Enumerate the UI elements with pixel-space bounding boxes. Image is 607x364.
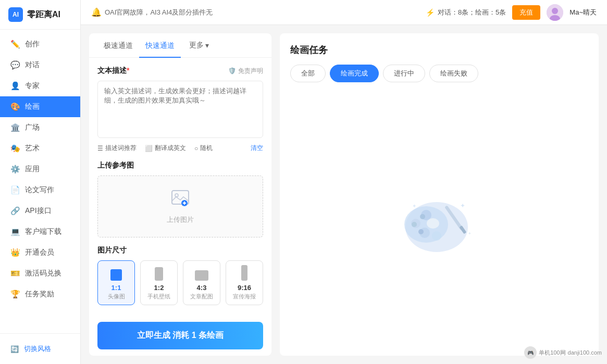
sidebar-item-label-paper: 论文写作 <box>25 185 54 195</box>
expert-icon: 👤 <box>10 81 20 91</box>
svg-point-14 <box>427 218 439 229</box>
shield-icon: 🛡️ <box>228 67 236 74</box>
sidebar-item-expert[interactable]: 👤专家 <box>0 76 80 96</box>
switch-style-label: 切换风格 <box>24 344 51 354</box>
text-input[interactable] <box>97 81 263 138</box>
random-icon: ○ <box>194 145 198 152</box>
logo-area: AI 零距离AI <box>0 0 80 30</box>
upload-section: 上传参考图 上传 <box>97 161 263 237</box>
stats-text: 对话：8条；绘画：5条 <box>438 8 506 17</box>
chevron-down-icon: ▾ <box>205 41 209 49</box>
watermark-text: 单机100网 <box>539 349 565 357</box>
upload-section-header: 上传参考图 <box>97 161 263 170</box>
stats-area: ⚡ 对话：8条；绘画：5条 <box>426 8 506 17</box>
lightning-icon: ⚡ <box>426 8 435 17</box>
sidebar-bottom: 🔄 切换风格 <box>0 333 80 364</box>
tab-bar: 极速通道 快速通道 更多 ▾ <box>89 33 271 58</box>
sidebar-item-vip[interactable]: 👑开通会员 <box>0 242 80 263</box>
upload-label: 上传图片 <box>167 215 194 224</box>
sidebar-item-square[interactable]: 🏛️广场 <box>0 117 80 138</box>
sidebar-item-reward[interactable]: 🏆任务奖励 <box>0 284 80 305</box>
sidebar-item-label-activate: 激活码兑换 <box>25 269 61 278</box>
translate-btn[interactable]: ⬜ 翻译成英文 <box>145 144 186 153</box>
size-options: 1:1 头像图 1:2 手机壁纸 <box>97 260 263 305</box>
sidebar-item-label-create: 创作 <box>25 40 40 49</box>
sidebar-item-chat[interactable]: 💬对话 <box>0 55 80 76</box>
generate-label: 立即生成 消耗 1 条绘画 <box>137 330 224 341</box>
filter-progress[interactable]: 进行中 <box>383 65 425 82</box>
random-btn[interactable]: ○ 随机 <box>194 144 213 153</box>
sidebar-item-label-vip: 开通会员 <box>25 248 54 257</box>
text-actions: ☰ 描述词推荐 ⬜ 翻译成英文 ○ 随机 清空 <box>97 144 263 153</box>
sidebar-item-art[interactable]: 🎭艺术 <box>0 138 80 159</box>
svg-text:✦: ✦ <box>468 231 472 236</box>
right-panel: 绘画任务 全部 绘画完成 进行中 绘画失败 <box>280 33 599 356</box>
suggest-btn[interactable]: ☰ 描述词推荐 <box>97 144 137 153</box>
panel-body: 文本描述* 🛡️ 免责声明 ☰ 描述词推荐 ⬜ 翻译成英文 <box>89 58 271 313</box>
watermark: 🎮 单机100网 danji100.com <box>524 346 602 359</box>
art-icon: 🎭 <box>10 144 20 153</box>
translate-label: 翻译成英文 <box>155 144 186 153</box>
upload-area[interactable]: 上传图片 <box>97 175 263 237</box>
free-declaration-btn[interactable]: 🛡️ 免责声明 <box>228 67 263 76</box>
tab-normal[interactable]: 快速通道 <box>139 34 181 58</box>
create-icon: ✏️ <box>10 40 20 49</box>
vip-icon: 👑 <box>10 248 20 257</box>
size-9x16[interactable]: 9:16 宣传海报 <box>226 260 263 305</box>
sidebar-item-label-apps: 应用 <box>25 165 40 174</box>
switch-style-item[interactable]: 🔄 切换风格 <box>0 339 80 359</box>
svg-point-17 <box>420 214 425 219</box>
sidebar-nav: ✏️创作💬对话👤专家🎨绘画🏛️广场🎭艺术⚙️应用📄论文写作🔗API接口💻客户端下… <box>0 30 80 333</box>
svg-point-4 <box>175 194 178 197</box>
draw-icon: 🎨 <box>10 102 20 111</box>
username-label: Ma~晴天 <box>569 8 597 17</box>
content-area: 极速通道 快速通道 更多 ▾ 文本描述* 🛡️ 免责声明 <box>81 25 607 364</box>
svg-text:✦: ✦ <box>412 203 416 209</box>
sidebar: AI 零距离AI ✏️创作💬对话👤专家🎨绘画🏛️广场🎭艺术⚙️应用📄论文写作🔗A… <box>0 0 81 364</box>
sidebar-item-apps[interactable]: ⚙️应用 <box>0 159 80 180</box>
api-icon: 🔗 <box>10 206 20 216</box>
size-4x3[interactable]: 4:3 文章配图 <box>183 260 220 305</box>
tab-fast[interactable]: 极速通道 <box>97 34 139 58</box>
filter-failed[interactable]: 绘画失败 <box>429 65 478 82</box>
sidebar-item-label-expert: 专家 <box>25 81 40 91</box>
text-section-header: 文本描述* 🛡️ 免责声明 <box>97 66 263 76</box>
filter-all[interactable]: 全部 <box>290 65 326 82</box>
main-area: 🔔 OAI官网故障，AI3 AI4及部分插件无 ⚡ 对话：8条；绘画：5条 充值… <box>81 0 607 364</box>
filter-done[interactable]: 绘画完成 <box>330 65 379 82</box>
sidebar-item-client[interactable]: 💻客户端下载 <box>0 221 80 242</box>
sidebar-item-label-chat: 对话 <box>25 60 40 70</box>
sidebar-item-paper[interactable]: 📄论文写作 <box>0 180 80 200</box>
svg-point-1 <box>552 8 558 14</box>
clear-button[interactable]: 清空 <box>251 144 263 153</box>
tab-more[interactable]: 更多 ▾ <box>185 33 213 57</box>
size-section: 图片尺寸 1:1 头像图 1 <box>97 246 263 305</box>
paper-icon: 📄 <box>10 185 20 195</box>
charge-button[interactable]: 充值 <box>512 5 540 20</box>
notice-icon: 🔔 <box>91 7 102 17</box>
square-icon: 🏛️ <box>10 123 20 132</box>
generate-button[interactable]: 立即生成 消耗 1 条绘画 <box>97 322 263 349</box>
sidebar-item-api[interactable]: 🔗API接口 <box>0 200 80 221</box>
empty-state: ✦ ✦ ✦ <box>290 93 588 345</box>
left-panel: 极速通道 快速通道 更多 ▾ 文本描述* 🛡️ 免责声明 <box>89 33 271 356</box>
size-1x1[interactable]: 1:1 头像图 <box>97 260 135 305</box>
sidebar-item-activate[interactable]: 🎫激活码兑换 <box>0 263 80 284</box>
svg-point-18 <box>412 222 417 227</box>
header: 🔔 OAI官网故障，AI3 AI4及部分插件无 ⚡ 对话：8条；绘画：5条 充值… <box>81 0 607 25</box>
sidebar-item-create[interactable]: ✏️创作 <box>0 34 80 55</box>
size-1x2[interactable]: 1:2 手机壁纸 <box>140 260 178 305</box>
upload-section-title: 上传参考图 <box>97 161 134 170</box>
size-1x1-icon <box>110 265 122 281</box>
suggest-icon: ☰ <box>97 145 103 152</box>
switch-icon: 🔄 <box>10 345 19 353</box>
header-right: ⚡ 对话：8条；绘画：5条 充值 Ma~晴天 <box>426 4 597 21</box>
logo-icon: AI <box>8 7 23 22</box>
sidebar-item-label-art: 艺术 <box>25 144 40 153</box>
svg-point-13 <box>432 231 441 241</box>
apps-icon: ⚙️ <box>10 165 20 174</box>
svg-point-19 <box>418 229 424 234</box>
right-panel-title: 绘画任务 <box>290 44 588 56</box>
suggest-label: 描述词推荐 <box>105 144 137 153</box>
sidebar-item-draw[interactable]: 🎨绘画 <box>0 96 80 117</box>
